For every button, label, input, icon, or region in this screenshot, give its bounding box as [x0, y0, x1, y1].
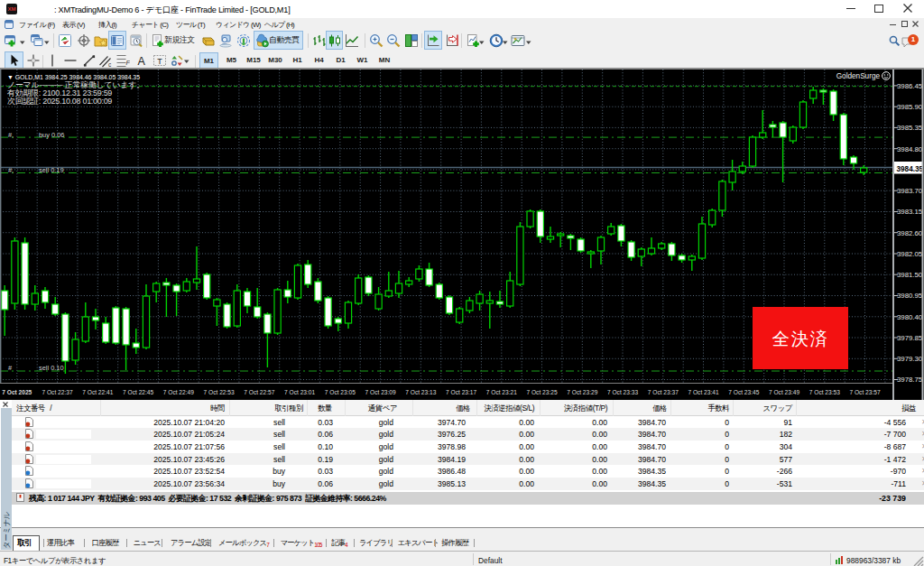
svg-text:7 Oct 2025: 7 Oct 2025: [2, 389, 32, 395]
svg-text:7 Oct 23:21: 7 Oct 23:21: [486, 389, 517, 395]
svg-text:7 Oct 22:57: 7 Oct 22:57: [244, 389, 274, 395]
svg-text:3978.75: 3978.75: [897, 376, 923, 384]
svg-text:T: T: [157, 57, 162, 66]
svg-text:7 Oct 22:45: 7 Oct 22:45: [123, 389, 153, 395]
svg-text:3983.70: 3983.70: [897, 187, 923, 195]
svg-text:7 Oct 23:29: 7 Oct 23:29: [567, 389, 597, 395]
svg-text:3986.45: 3986.45: [897, 82, 923, 90]
svg-text:7 Oct 23:37: 7 Oct 23:37: [648, 389, 679, 395]
svg-text:3984.35: 3984.35: [897, 165, 924, 173]
svg-text:#,: #,: [8, 166, 14, 174]
svg-text:7 Oct 22:37: 7 Oct 22:37: [42, 389, 72, 395]
svg-text:3982.05: 3982.05: [897, 250, 923, 258]
svg-text:全決済: 全決済: [772, 329, 829, 348]
svg-text:ターミナル: ターミナル: [2, 511, 11, 549]
svg-text:#,: #,: [8, 131, 14, 139]
svg-text:sell 0.10: sell 0.10: [39, 364, 64, 372]
svg-text:3980.40: 3980.40: [897, 313, 923, 321]
svg-text:3984.80: 3984.80: [897, 145, 923, 153]
svg-text:3981.50: 3981.50: [897, 271, 923, 279]
svg-text:GoldenSurge: GoldenSurge: [836, 72, 881, 80]
svg-text:3985.90: 3985.90: [897, 103, 923, 111]
svg-text:c: c: [108, 61, 112, 68]
svg-text:A: A: [138, 55, 146, 68]
svg-text:3985.35: 3985.35: [897, 124, 923, 132]
svg-text:7 Oct 23:05: 7 Oct 23:05: [325, 389, 356, 395]
svg-text:7 Oct 23:53: 7 Oct 23:53: [809, 389, 840, 395]
svg-text:7 Oct 23:45: 7 Oct 23:45: [728, 389, 759, 395]
svg-text:7 Oct 23:41: 7 Oct 23:41: [688, 389, 718, 395]
svg-text:3982.60: 3982.60: [897, 229, 923, 237]
svg-text:#: #: [8, 364, 13, 372]
svg-text:7 Oct 22:49: 7 Oct 22:49: [163, 389, 194, 395]
svg-text:7 Oct 23:09: 7 Oct 23:09: [365, 389, 396, 395]
svg-text:7 Oct 23:57: 7 Oct 23:57: [849, 389, 880, 395]
svg-text:7 Oct 23:33: 7 Oct 23:33: [607, 389, 638, 395]
svg-text:7 Oct 22:53: 7 Oct 22:53: [204, 389, 235, 395]
svg-text:buy 0.06: buy 0.06: [39, 131, 64, 139]
svg-text:次回認証: 2025.10.08 01:00:09: 次回認証: 2025.10.08 01:00:09: [7, 97, 112, 106]
svg-text:3979.85: 3979.85: [897, 334, 923, 342]
svg-text:3980.95: 3980.95: [897, 292, 923, 300]
svg-text:7 Oct 23:01: 7 Oct 23:01: [284, 389, 315, 395]
svg-text:7 Oct 23:49: 7 Oct 23:49: [769, 389, 799, 395]
svg-text:7 Oct 23:13: 7 Oct 23:13: [405, 389, 436, 395]
svg-text:3983.15: 3983.15: [897, 208, 923, 216]
svg-text:F: F: [126, 59, 131, 67]
svg-text:3979.30: 3979.30: [897, 355, 923, 363]
svg-text:7 Oct 23:17: 7 Oct 23:17: [446, 389, 476, 395]
svg-text:7 Oct 23:25: 7 Oct 23:25: [526, 389, 557, 395]
svg-text:7 Oct 22:41: 7 Oct 22:41: [82, 389, 113, 395]
svg-text:sell 0.19: sell 0.19: [39, 166, 64, 174]
